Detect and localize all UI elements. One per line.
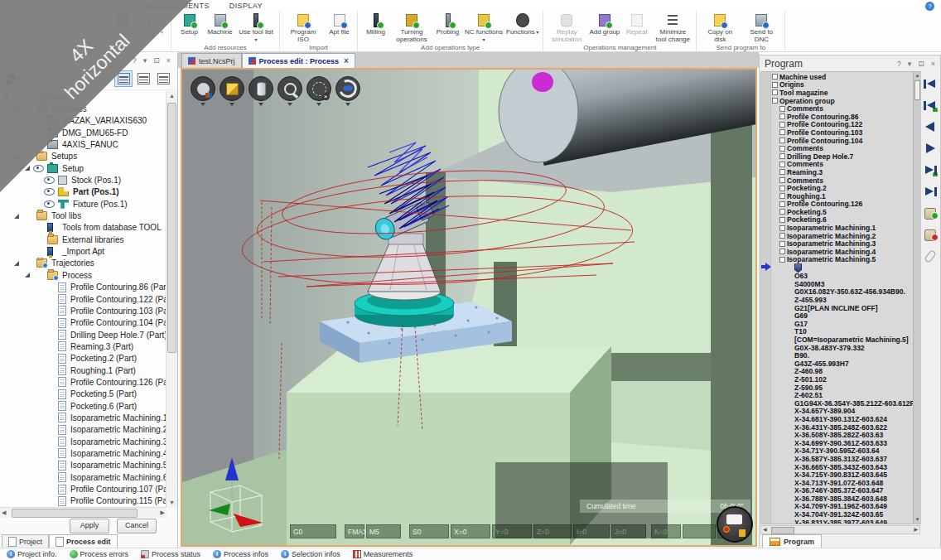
scroll-left-icon[interactable]: ◀ xyxy=(2,508,6,517)
eye-icon[interactable] xyxy=(44,200,55,208)
program-node[interactable]: Pocketing.2 xyxy=(772,184,913,192)
expand-box-icon[interactable] xyxy=(779,233,785,239)
view-mode-button-3[interactable] xyxy=(154,70,172,87)
tree-item[interactable]: Tool libs xyxy=(0,210,166,221)
program-node[interactable]: Reaming.3 xyxy=(772,168,913,176)
tree-item[interactable]: Tools from database TOOL xyxy=(0,222,166,234)
playback-button[interactable] xyxy=(922,164,939,176)
tree-item[interactable]: Profile Contouring.115 (Part) xyxy=(0,495,166,507)
scrollbar-thumb[interactable] xyxy=(167,103,176,353)
program-node[interactable]: Isoparametric Machining.4 xyxy=(772,248,913,256)
panel-header-control-icon[interactable]: × xyxy=(166,56,171,65)
expand-box-icon[interactable] xyxy=(772,74,778,80)
tree-item[interactable]: Roughing.1 (Part) xyxy=(0,364,166,376)
viewport-tool-button[interactable] xyxy=(277,76,302,101)
document-tab[interactable]: Process edit : Process × xyxy=(242,53,355,68)
tree-item[interactable]: Part (Pos.1) xyxy=(0,186,166,198)
expand-box-icon[interactable] xyxy=(779,138,785,143)
ribbon-button[interactable]: Program ISO xyxy=(282,11,324,43)
apply-button[interactable]: Apply xyxy=(70,519,109,533)
panel-header-control-icon[interactable]: ▾ xyxy=(908,60,912,68)
cancel-button[interactable]: Cancel xyxy=(117,519,157,533)
playback-button[interactable] xyxy=(922,99,939,112)
chevron-down-icon[interactable] xyxy=(345,103,350,106)
tree-item[interactable]: Isoparametric Machining.1 (Part) xyxy=(0,412,166,423)
scroll-down-icon[interactable]: ▼ xyxy=(914,516,921,524)
ribbon-button[interactable]: Probing xyxy=(432,11,463,36)
ribbon-button[interactable]: Milling xyxy=(360,11,391,36)
expand-box-icon[interactable] xyxy=(779,201,785,207)
panel-tab[interactable]: Process edit xyxy=(49,534,118,548)
document-tab[interactable]: test.NcsPrj xyxy=(181,53,242,68)
tree-item[interactable]: Profile Contouring.122 (Part) xyxy=(0,293,166,305)
tree-item[interactable]: Isoparametric Machining.3 (Part) xyxy=(0,436,166,447)
scroll-up-icon[interactable]: ▲ xyxy=(166,91,177,101)
tree-item[interactable]: Trajectories xyxy=(0,258,166,269)
program-content[interactable]: Machine used Origins Tool magazine xyxy=(760,71,922,524)
panel-header-control-icon[interactable]: × xyxy=(931,60,935,68)
program-node[interactable]: Machine used xyxy=(772,73,913,81)
tree-item[interactable]: External libraries xyxy=(0,234,166,245)
expand-box-icon[interactable] xyxy=(779,193,785,199)
expand-box-icon[interactable] xyxy=(779,122,785,128)
viewport-tool-button[interactable] xyxy=(249,76,273,101)
playback-button[interactable] xyxy=(922,121,939,133)
status-item[interactable]: Process status xyxy=(141,550,200,558)
chevron-down-icon[interactable] xyxy=(316,103,321,106)
program-node[interactable]: Drilling Deep Hole.7 xyxy=(772,152,913,161)
viewport-tool-button[interactable] xyxy=(306,76,331,101)
gcode-line[interactable]: G21[PLAN INCLINE OFF] xyxy=(772,305,913,313)
scrollbar-thumb[interactable] xyxy=(914,80,920,100)
tree-item[interactable]: Profile Contouring.103 (Part) xyxy=(0,305,166,316)
program-node[interactable]: Isoparametric Machining.1 xyxy=(772,224,913,232)
expand-box-icon[interactable] xyxy=(779,129,785,135)
close-icon[interactable]: × xyxy=(344,56,349,65)
expander-icon[interactable] xyxy=(25,273,30,278)
help-icon[interactable]: ? xyxy=(925,2,934,11)
status-item[interactable]: Process infos xyxy=(213,550,268,558)
view-mode-button-2[interactable] xyxy=(134,70,152,87)
chevron-down-icon[interactable] xyxy=(200,103,205,106)
tree-item[interactable]: Reaming.3 (Part) xyxy=(0,340,166,352)
gcode-line[interactable]: O63 xyxy=(772,273,913,281)
tree-vertical-scrollbar[interactable]: ▲ ▼ xyxy=(166,91,177,508)
ribbon-button[interactable]: Functions xyxy=(504,11,540,36)
panel-header-control-icon[interactable]: ⊡ xyxy=(918,60,924,68)
tree-item[interactable]: Profile Contouring.126 (Part) xyxy=(0,376,166,388)
scroll-down-icon[interactable]: ▼ xyxy=(166,498,177,508)
expand-box-icon[interactable] xyxy=(772,98,778,104)
chevron-down-icon[interactable] xyxy=(229,103,234,106)
ribbon-button[interactable]: Machine xyxy=(205,11,235,36)
tree-item[interactable]: Stock (Pos.1) xyxy=(0,174,166,186)
expander-icon[interactable] xyxy=(25,166,30,171)
panel-header-control-icon[interactable]: ⊡ xyxy=(153,56,160,65)
tree-item[interactable]: Profile Contouring.104 (Part) xyxy=(0,317,166,329)
tree-item[interactable]: Pocketing.2 (Part) xyxy=(0,353,166,364)
ribbon-button[interactable]: Apt file xyxy=(324,11,355,36)
expand-box-icon[interactable] xyxy=(779,241,785,247)
program-node[interactable]: Profile Contouring.103 xyxy=(772,128,913,137)
program-node[interactable]: Profile Contouring.122 xyxy=(772,121,913,129)
program-node[interactable]: Isoparametric Machining.2 xyxy=(772,232,913,240)
gcode-line[interactable]: Z-460.98 xyxy=(772,368,913,376)
expand-box-icon[interactable] xyxy=(779,162,785,167)
ribbon-tab[interactable]: DISPLAY xyxy=(220,2,273,10)
expand-box-icon[interactable] xyxy=(772,89,778,95)
expand-box-icon[interactable] xyxy=(779,177,785,183)
gcode-line[interactable]: G69 xyxy=(772,312,913,321)
tree-item[interactable]: Isoparametric Machining.4 (Part) xyxy=(0,447,166,459)
program-node[interactable]: Operation group xyxy=(772,97,913,105)
viewport-tool-button[interactable] xyxy=(220,76,244,101)
tree-item[interactable]: Fixture (Pos.1) xyxy=(0,198,166,210)
expand-box-icon[interactable] xyxy=(779,146,785,152)
program-vertical-scrollbar[interactable]: ▲ ▼ xyxy=(913,72,921,524)
gcode-line[interactable]: G0X-38.483Y-379.332 xyxy=(772,345,913,353)
status-item[interactable]: Project info. xyxy=(7,550,57,558)
scroll-left-icon[interactable]: ◀ xyxy=(763,526,767,533)
status-item[interactable]: Selection infos xyxy=(281,550,340,558)
program-node[interactable]: Isoparametric Machining.5 xyxy=(772,256,913,264)
scroll-right-icon[interactable]: ▶ xyxy=(914,526,918,533)
scroll-up-icon[interactable]: ▲ xyxy=(914,72,921,80)
gcode-line[interactable]: X-36.831Y-385.397Z-603.649 xyxy=(772,519,913,524)
expand-box-icon[interactable] xyxy=(779,106,785,112)
